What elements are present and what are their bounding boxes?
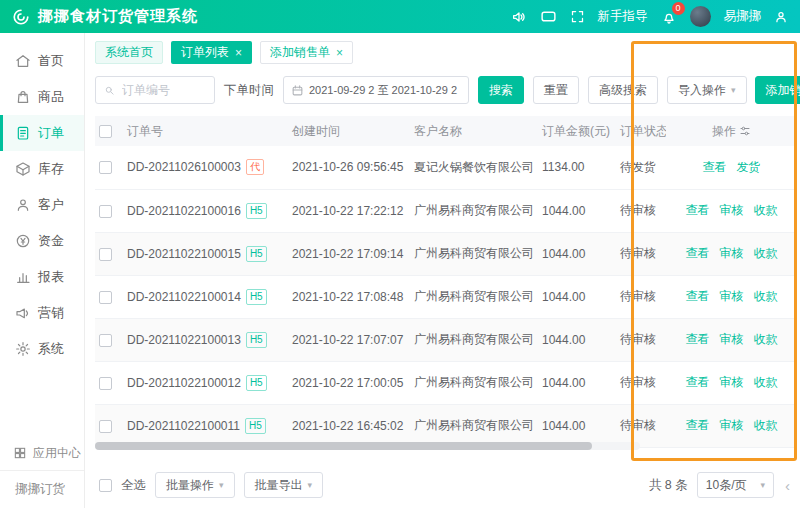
footer-select-all-checkbox[interactable] bbox=[99, 479, 112, 492]
tab-add-sale[interactable]: 添加销售单 × bbox=[260, 41, 353, 64]
app-center-link[interactable]: 应用中心 bbox=[0, 436, 84, 470]
action-link[interactable]: 查看 bbox=[686, 375, 710, 389]
report-icon bbox=[15, 269, 31, 285]
batch-action-dropdown[interactable]: 批量操作 ▾ bbox=[155, 472, 235, 498]
page-size-select[interactable]: 10条/页 ▾ bbox=[697, 472, 774, 498]
tab-system-home[interactable]: 系统首页 bbox=[95, 41, 163, 64]
action-link[interactable]: 审核 bbox=[720, 203, 744, 217]
created-time: 2021-10-22 17:22:12 bbox=[288, 189, 410, 232]
sidebar-item-marketing[interactable]: 营销 bbox=[0, 295, 84, 331]
action-link[interactable]: 收款 bbox=[754, 418, 778, 432]
action-link[interactable]: 查看 bbox=[686, 332, 710, 346]
tab-bar: 系统首页 订单列表 × 添加销售单 × bbox=[85, 33, 800, 70]
row-actions-cell: 查看审核收款 bbox=[666, 275, 797, 318]
action-link[interactable]: 收款 bbox=[754, 375, 778, 389]
import-actions-dropdown[interactable]: 导入操作 ▾ bbox=[667, 76, 747, 104]
row-checkbox[interactable] bbox=[99, 377, 112, 390]
row-checkbox[interactable] bbox=[99, 334, 112, 347]
action-link[interactable]: 审核 bbox=[720, 246, 744, 260]
sidebar-item-label: 报表 bbox=[38, 268, 64, 286]
reset-button[interactable]: 重置 bbox=[533, 76, 579, 104]
order-amount: 1044.00 bbox=[538, 361, 616, 404]
column-filter-icon[interactable] bbox=[739, 125, 751, 137]
username[interactable]: 易挪挪 bbox=[724, 8, 762, 25]
batch-export-dropdown[interactable]: 批量导出 ▾ bbox=[244, 472, 324, 498]
sidebar: 首页 商品 订单 库存 客户 资金 报表 营销 bbox=[0, 33, 85, 508]
order-status: 待审核 bbox=[616, 275, 666, 318]
date-range-input[interactable]: 2021-09-29 2 至 2021-10-29 2 bbox=[283, 76, 469, 104]
tab-order-list[interactable]: 订单列表 × bbox=[171, 41, 252, 64]
action-link[interactable]: 收款 bbox=[754, 246, 778, 260]
advanced-search-button[interactable]: 高级搜索 bbox=[588, 76, 658, 104]
app-brand: 挪挪食材订货管理系统 bbox=[12, 7, 198, 26]
row-checkbox[interactable] bbox=[99, 291, 112, 304]
order-amount: 1134.00 bbox=[538, 146, 616, 189]
action-link[interactable]: 查看 bbox=[686, 418, 710, 432]
row-checkbox[interactable] bbox=[99, 420, 112, 433]
row-checkbox[interactable] bbox=[99, 161, 112, 174]
volume-icon[interactable] bbox=[511, 9, 527, 25]
scrollbar-thumb[interactable] bbox=[95, 442, 592, 450]
order-no-field[interactable] bbox=[120, 82, 206, 98]
horizontal-scrollbar[interactable] bbox=[95, 442, 640, 450]
row-checkbox[interactable] bbox=[99, 205, 112, 218]
order-status: 待审核 bbox=[616, 232, 666, 275]
row-checkbox-cell bbox=[95, 232, 123, 275]
avatar[interactable] bbox=[690, 6, 711, 27]
chevron-down-icon: ▾ bbox=[731, 86, 736, 95]
order-status: 待审核 bbox=[616, 189, 666, 232]
total-count: 共 8 条 bbox=[649, 477, 688, 494]
newbie-guide-link[interactable]: 新手指导 bbox=[598, 8, 648, 25]
col-header-customer: 客户名称 bbox=[410, 116, 538, 146]
sidebar-item-customers[interactable]: 客户 bbox=[0, 187, 84, 223]
sidebar-item-label: 库存 bbox=[38, 160, 64, 178]
order-icon bbox=[15, 125, 31, 141]
window-icon[interactable] bbox=[540, 9, 557, 24]
sidebar-item-inventory[interactable]: 库存 bbox=[0, 151, 84, 187]
order-amount: 1044.00 bbox=[538, 318, 616, 361]
close-icon[interactable]: × bbox=[235, 47, 242, 59]
table-row: DD-20211022100016H52021-10-22 17:22:12广州… bbox=[95, 189, 797, 232]
select-all-checkbox[interactable] bbox=[99, 125, 112, 138]
order-number: DD-20211022100011 bbox=[127, 419, 240, 433]
order-number-cell: DD-20211022100016H5 bbox=[123, 189, 288, 232]
action-link[interactable]: 发货 bbox=[737, 160, 761, 174]
action-link[interactable]: 审核 bbox=[720, 418, 744, 432]
action-link[interactable]: 审核 bbox=[720, 375, 744, 389]
search-button[interactable]: 搜索 bbox=[478, 76, 524, 104]
sidebar-item-home[interactable]: 首页 bbox=[0, 43, 84, 79]
home-icon bbox=[15, 53, 31, 69]
fullscreen-icon[interactable] bbox=[570, 9, 585, 24]
order-no-input[interactable] bbox=[95, 76, 215, 104]
action-link[interactable]: 收款 bbox=[754, 289, 778, 303]
app-logo-icon bbox=[12, 8, 30, 26]
sidebar-item-funds[interactable]: 资金 bbox=[0, 223, 84, 259]
action-link[interactable]: 查看 bbox=[686, 246, 710, 260]
action-link[interactable]: 审核 bbox=[720, 289, 744, 303]
row-checkbox-cell bbox=[95, 275, 123, 318]
main-content: 系统首页 订单列表 × 添加销售单 × 下单时间 2021-09-29 2 至 … bbox=[85, 33, 800, 462]
action-link[interactable]: 查看 bbox=[686, 289, 710, 303]
order-source-tag: H5 bbox=[246, 246, 267, 262]
table-row: DD-20211022100015H52021-10-22 17:09:14广州… bbox=[95, 232, 797, 275]
action-link[interactable]: 收款 bbox=[754, 203, 778, 217]
row-actions-cell: 查看审核收款 bbox=[666, 361, 797, 404]
close-icon[interactable]: × bbox=[336, 47, 343, 59]
sidebar-item-goods[interactable]: 商品 bbox=[0, 79, 84, 115]
action-link[interactable]: 查看 bbox=[686, 203, 710, 217]
notification-bell[interactable]: 0 bbox=[661, 9, 677, 25]
table-body: DD-20211026100003代2021-10-26 09:56:45夏记火… bbox=[95, 146, 797, 447]
sidebar-brand[interactable]: 挪挪订货 bbox=[0, 470, 84, 508]
action-link[interactable]: 收款 bbox=[754, 332, 778, 346]
prev-page-button[interactable]: ‹ bbox=[783, 477, 792, 494]
action-link[interactable]: 审核 bbox=[720, 332, 744, 346]
add-sale-order-button[interactable]: 添加销售单 bbox=[755, 76, 800, 104]
sidebar-item-label: 首页 bbox=[38, 52, 64, 70]
sidebar-item-orders[interactable]: 订单 bbox=[0, 115, 84, 151]
action-link[interactable]: 查看 bbox=[703, 160, 727, 174]
row-checkbox[interactable] bbox=[99, 248, 112, 261]
sidebar-item-reports[interactable]: 报表 bbox=[0, 259, 84, 295]
user-icon[interactable] bbox=[774, 10, 788, 24]
sidebar-item-system[interactable]: 系统 bbox=[0, 331, 84, 367]
col-header-amount: 订单金额(元) bbox=[538, 116, 616, 146]
